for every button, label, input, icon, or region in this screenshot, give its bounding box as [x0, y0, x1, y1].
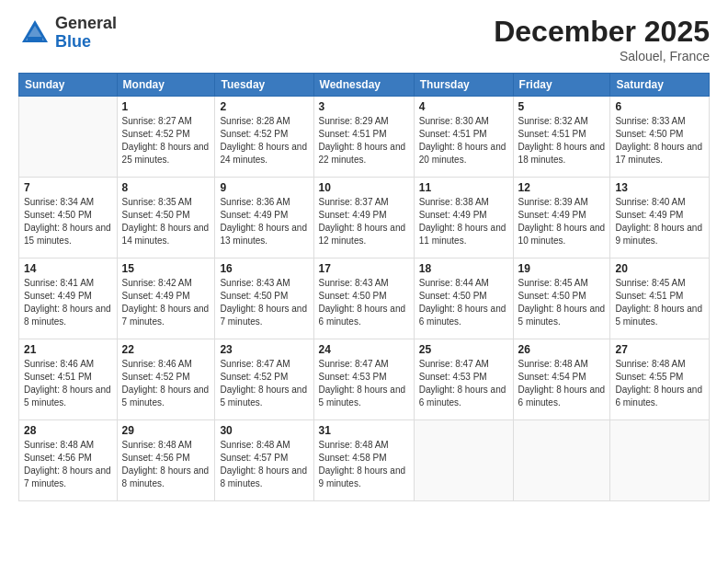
day-number: 27: [615, 343, 704, 356]
day-info: Sunrise: 8:41 AM Sunset: 4:49 PM Dayligh…: [24, 277, 112, 328]
day-number: 22: [122, 343, 210, 356]
day-number: 31: [319, 424, 409, 437]
day-info: Sunrise: 8:47 AM Sunset: 4:53 PM Dayligh…: [319, 358, 409, 409]
day-number: 20: [615, 262, 704, 275]
calendar-cell: 28Sunrise: 8:48 AM Sunset: 4:56 PM Dayli…: [19, 420, 118, 501]
day-number: 2: [220, 100, 308, 113]
day-info: Sunrise: 8:47 AM Sunset: 4:52 PM Dayligh…: [220, 358, 308, 409]
day-info: Sunrise: 8:45 AM Sunset: 4:51 PM Dayligh…: [615, 277, 704, 328]
calendar-cell: [414, 420, 513, 501]
calendar-cell: 4Sunrise: 8:30 AM Sunset: 4:51 PM Daylig…: [414, 97, 513, 178]
calendar-cell: 24Sunrise: 8:47 AM Sunset: 4:53 PM Dayli…: [313, 339, 414, 420]
calendar-cell: 12Sunrise: 8:39 AM Sunset: 4:49 PM Dayli…: [513, 178, 610, 259]
day-number: 19: [518, 262, 606, 275]
day-number: 6: [615, 100, 704, 113]
day-info: Sunrise: 8:30 AM Sunset: 4:51 PM Dayligh…: [419, 115, 508, 167]
calendar-cell: 22Sunrise: 8:46 AM Sunset: 4:52 PM Dayli…: [117, 339, 215, 420]
calendar-cell: 13Sunrise: 8:40 AM Sunset: 4:49 PM Dayli…: [610, 178, 710, 259]
day-info: Sunrise: 8:36 AM Sunset: 4:49 PM Dayligh…: [220, 196, 308, 247]
calendar-header-row: SundayMondayTuesdayWednesdayThursdayFrid…: [19, 74, 710, 97]
day-info: Sunrise: 8:32 AM Sunset: 4:51 PM Dayligh…: [518, 115, 606, 167]
calendar-cell: 8Sunrise: 8:35 AM Sunset: 4:50 PM Daylig…: [117, 178, 215, 259]
week-row-5: 28Sunrise: 8:48 AM Sunset: 4:56 PM Dayli…: [19, 420, 710, 501]
day-number: 10: [319, 181, 409, 194]
day-info: Sunrise: 8:29 AM Sunset: 4:51 PM Dayligh…: [319, 115, 409, 167]
day-info: Sunrise: 8:34 AM Sunset: 4:50 PM Dayligh…: [24, 196, 112, 247]
day-info: Sunrise: 8:48 AM Sunset: 4:56 PM Dayligh…: [122, 439, 210, 490]
calendar-cell: [610, 420, 710, 501]
day-info: Sunrise: 8:40 AM Sunset: 4:49 PM Dayligh…: [615, 196, 704, 247]
day-info: Sunrise: 8:48 AM Sunset: 4:56 PM Dayligh…: [24, 439, 112, 490]
day-info: Sunrise: 8:33 AM Sunset: 4:50 PM Dayligh…: [615, 115, 704, 167]
col-header-wednesday: Wednesday: [313, 74, 414, 97]
day-info: Sunrise: 8:48 AM Sunset: 4:55 PM Dayligh…: [615, 358, 704, 409]
calendar-cell: 17Sunrise: 8:43 AM Sunset: 4:50 PM Dayli…: [313, 259, 414, 339]
logo-general: General: [55, 15, 117, 33]
day-number: 11: [419, 181, 508, 194]
day-info: Sunrise: 8:48 AM Sunset: 4:57 PM Dayligh…: [220, 439, 308, 490]
header: General Blue December 2025 Salouel, Fran…: [18, 15, 710, 63]
day-number: 5: [518, 100, 606, 113]
day-info: Sunrise: 8:48 AM Sunset: 4:58 PM Dayligh…: [319, 439, 409, 490]
day-info: Sunrise: 8:42 AM Sunset: 4:49 PM Dayligh…: [122, 277, 210, 328]
day-number: 18: [419, 262, 508, 275]
calendar-cell: 11Sunrise: 8:38 AM Sunset: 4:49 PM Dayli…: [414, 178, 513, 259]
day-number: 28: [24, 424, 112, 437]
calendar-cell: 27Sunrise: 8:48 AM Sunset: 4:55 PM Dayli…: [610, 339, 710, 420]
day-info: Sunrise: 8:43 AM Sunset: 4:50 PM Dayligh…: [319, 277, 409, 328]
calendar-cell: 29Sunrise: 8:48 AM Sunset: 4:56 PM Dayli…: [117, 420, 215, 501]
calendar-cell: 25Sunrise: 8:47 AM Sunset: 4:53 PM Dayli…: [414, 339, 513, 420]
calendar-cell: 30Sunrise: 8:48 AM Sunset: 4:57 PM Dayli…: [215, 420, 313, 501]
calendar-cell: 31Sunrise: 8:48 AM Sunset: 4:58 PM Dayli…: [313, 420, 414, 501]
calendar-cell: 23Sunrise: 8:47 AM Sunset: 4:52 PM Dayli…: [215, 339, 313, 420]
day-info: Sunrise: 8:46 AM Sunset: 4:51 PM Dayligh…: [24, 358, 112, 409]
calendar-cell: 16Sunrise: 8:43 AM Sunset: 4:50 PM Dayli…: [215, 259, 313, 339]
calendar-cell: 15Sunrise: 8:42 AM Sunset: 4:49 PM Dayli…: [117, 259, 215, 339]
logo: General Blue: [18, 15, 117, 52]
calendar-cell: 9Sunrise: 8:36 AM Sunset: 4:49 PM Daylig…: [215, 178, 313, 259]
day-number: 30: [220, 424, 308, 437]
day-info: Sunrise: 8:44 AM Sunset: 4:50 PM Dayligh…: [419, 277, 508, 328]
day-number: 15: [122, 262, 210, 275]
day-number: 17: [319, 262, 409, 275]
logo-icon: [18, 17, 51, 50]
day-number: 8: [122, 181, 210, 194]
day-number: 9: [220, 181, 308, 194]
calendar-cell: 20Sunrise: 8:45 AM Sunset: 4:51 PM Dayli…: [610, 259, 710, 339]
col-header-monday: Monday: [117, 74, 215, 97]
col-header-thursday: Thursday: [414, 74, 513, 97]
day-number: 14: [24, 262, 112, 275]
day-info: Sunrise: 8:28 AM Sunset: 4:52 PM Dayligh…: [220, 115, 308, 167]
day-number: 21: [24, 343, 112, 356]
day-info: Sunrise: 8:37 AM Sunset: 4:49 PM Dayligh…: [319, 196, 409, 247]
calendar-cell: 6Sunrise: 8:33 AM Sunset: 4:50 PM Daylig…: [610, 97, 710, 178]
calendar-cell: 3Sunrise: 8:29 AM Sunset: 4:51 PM Daylig…: [313, 97, 414, 178]
week-row-4: 21Sunrise: 8:46 AM Sunset: 4:51 PM Dayli…: [19, 339, 710, 420]
col-header-saturday: Saturday: [610, 74, 710, 97]
calendar-cell: 2Sunrise: 8:28 AM Sunset: 4:52 PM Daylig…: [215, 97, 313, 178]
day-number: 7: [24, 181, 112, 194]
day-number: 12: [518, 181, 606, 194]
day-number: 1: [122, 100, 210, 113]
calendar-cell: 10Sunrise: 8:37 AM Sunset: 4:49 PM Dayli…: [313, 178, 414, 259]
day-info: Sunrise: 8:45 AM Sunset: 4:50 PM Dayligh…: [518, 277, 606, 328]
week-row-3: 14Sunrise: 8:41 AM Sunset: 4:49 PM Dayli…: [19, 259, 710, 339]
day-info: Sunrise: 8:48 AM Sunset: 4:54 PM Dayligh…: [518, 358, 606, 409]
month-title: December 2025: [494, 15, 710, 49]
calendar: SundayMondayTuesdayWednesdayThursdayFrid…: [18, 73, 710, 501]
calendar-cell: 1Sunrise: 8:27 AM Sunset: 4:52 PM Daylig…: [117, 97, 215, 178]
logo-blue: Blue: [55, 33, 117, 52]
day-info: Sunrise: 8:35 AM Sunset: 4:50 PM Dayligh…: [122, 196, 210, 247]
calendar-cell: 21Sunrise: 8:46 AM Sunset: 4:51 PM Dayli…: [19, 339, 118, 420]
location: Salouel, France: [494, 49, 710, 63]
day-info: Sunrise: 8:27 AM Sunset: 4:52 PM Dayligh…: [122, 115, 210, 167]
calendar-cell: 19Sunrise: 8:45 AM Sunset: 4:50 PM Dayli…: [513, 259, 610, 339]
week-row-2: 7Sunrise: 8:34 AM Sunset: 4:50 PM Daylig…: [19, 178, 710, 259]
col-header-tuesday: Tuesday: [215, 74, 313, 97]
day-info: Sunrise: 8:47 AM Sunset: 4:53 PM Dayligh…: [419, 358, 508, 409]
calendar-cell: 18Sunrise: 8:44 AM Sunset: 4:50 PM Dayli…: [414, 259, 513, 339]
day-number: 24: [319, 343, 409, 356]
day-number: 23: [220, 343, 308, 356]
calendar-cell: 7Sunrise: 8:34 AM Sunset: 4:50 PM Daylig…: [19, 178, 118, 259]
day-info: Sunrise: 8:39 AM Sunset: 4:49 PM Dayligh…: [518, 196, 606, 247]
